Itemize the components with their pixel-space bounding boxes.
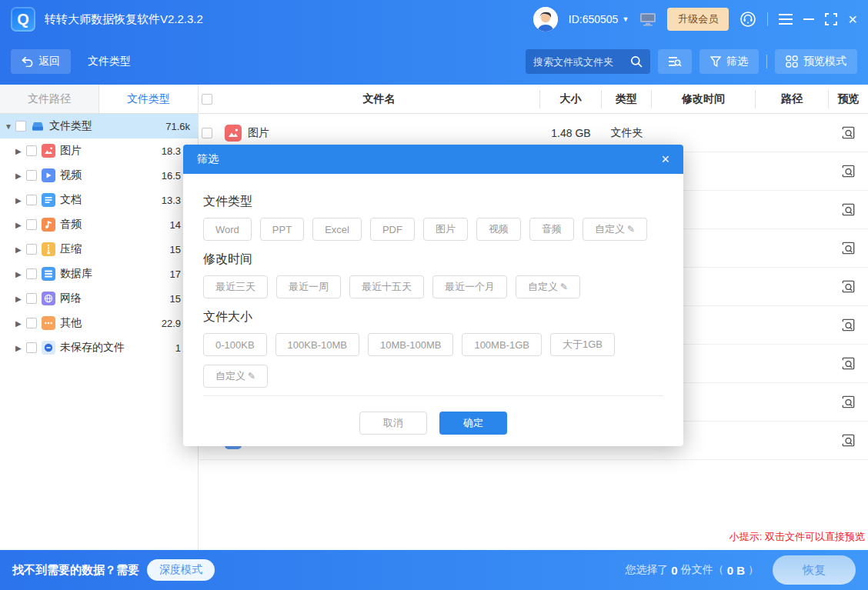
back-button[interactable]: 返回 — [11, 49, 71, 74]
checkbox[interactable] — [26, 268, 37, 279]
sidebar-item-unsaved[interactable]: ▶ 未保存的文件 1 — [0, 335, 198, 360]
preview-button[interactable] — [841, 241, 856, 255]
minimize-button[interactable] — [803, 14, 814, 25]
checkbox[interactable] — [15, 121, 26, 132]
preview-button[interactable] — [841, 164, 856, 178]
sidebar-item-archives[interactable]: ▶ 压缩 15 — [0, 237, 198, 262]
chip-ppt[interactable]: PPT — [260, 218, 304, 241]
column-mtime[interactable]: 修改时间 — [652, 90, 756, 108]
search-input[interactable] — [533, 56, 630, 68]
checkbox[interactable] — [26, 170, 37, 181]
expand-icon[interactable]: ▶ — [15, 245, 26, 254]
search-icon[interactable] — [630, 55, 643, 68]
user-id: ID:650505 — [569, 13, 619, 25]
expand-icon[interactable]: ▶ — [15, 319, 26, 328]
preview-button[interactable] — [841, 125, 856, 140]
preview-icon — [841, 125, 856, 140]
column-type[interactable]: 类型 — [602, 90, 652, 108]
back-label: 返回 — [38, 55, 60, 68]
select-all-checkbox[interactable] — [202, 94, 212, 105]
avatar[interactable] — [533, 7, 558, 32]
preview-button[interactable] — [841, 202, 856, 217]
header: Q 转转大师数据恢复软件V2.2.3.2 ID:650505 ▼ — [0, 0, 868, 85]
checkbox[interactable] — [26, 145, 37, 156]
sidebar-item-documents[interactable]: ▶ 文档 13.3 — [0, 188, 198, 212]
chip-custom-type[interactable]: 自定义 — [583, 218, 647, 241]
search-box — [526, 49, 650, 74]
list-search-icon — [668, 55, 682, 68]
checkbox[interactable] — [26, 219, 37, 230]
preview-icon — [841, 433, 856, 448]
expand-icon[interactable]: ▶ — [15, 221, 26, 229]
tab-file-path[interactable]: 文件路径 — [0, 85, 99, 113]
expand-icon[interactable]: ▶ — [15, 147, 26, 155]
menu-button[interactable] — [779, 14, 793, 25]
dialog-close-button[interactable]: × — [661, 152, 669, 168]
column-preview[interactable]: 预览 — [829, 90, 868, 108]
chip-pdf[interactable]: PDF — [370, 218, 415, 241]
column-name[interactable]: 文件名 — [219, 90, 540, 108]
selection-size: 0 B — [727, 564, 745, 577]
preview-mode-button[interactable]: 预览模式 — [775, 49, 857, 74]
cancel-button[interactable]: 取消 — [359, 412, 427, 435]
user-id-dropdown[interactable]: ID:650505 ▼ — [569, 13, 629, 25]
expand-icon[interactable]: ▶ — [15, 295, 26, 303]
sidebar-item-databases[interactable]: ▶ 数据库 17 — [0, 262, 198, 286]
selection-suffix: ） — [748, 563, 759, 577]
chip-100mb-1gb[interactable]: 100MB-1GB — [462, 333, 542, 356]
sidebar-item-network[interactable]: ▶ 网络 15 — [0, 286, 198, 311]
maximize-button[interactable] — [825, 13, 837, 25]
filter-button[interactable]: 筛选 — [699, 49, 759, 74]
chip-last-week[interactable]: 最近一周 — [276, 275, 341, 298]
chip-custom-size[interactable]: 自定义 — [203, 365, 268, 388]
selection-prefix: 您选择了 — [625, 563, 668, 577]
collapse-icon[interactable]: ▼ — [5, 122, 15, 131]
tree-root-file-type[interactable]: ▼ 文件类型 71.6k — [0, 114, 198, 138]
row-checkbox[interactable] — [202, 128, 212, 138]
chip-last-15-days[interactable]: 最近十五天 — [349, 275, 424, 298]
chip-image[interactable]: 图片 — [423, 218, 468, 241]
chip-last-month[interactable]: 最近一个月 — [432, 275, 507, 298]
monitor-icon[interactable] — [639, 12, 656, 26]
upgrade-member-button[interactable]: 升级会员 — [667, 8, 729, 31]
chip-100kb-10mb[interactable]: 100KB-10MB — [275, 333, 359, 356]
chip-10mb-100mb[interactable]: 10MB-100MB — [368, 333, 453, 356]
preview-button[interactable] — [841, 395, 856, 409]
sidebar-item-other[interactable]: ▶ 其他 22.9 — [0, 311, 198, 335]
sidebar-item-images[interactable]: ▶ 图片 18.3 — [0, 138, 198, 163]
chip-audio[interactable]: 音频 — [529, 218, 574, 241]
preview-button[interactable] — [841, 433, 856, 448]
chip-excel[interactable]: Excel — [312, 218, 362, 241]
chip-0-100kb[interactable]: 0-100KB — [203, 333, 267, 356]
chip-word[interactable]: Word — [203, 218, 252, 241]
checkbox[interactable] — [26, 318, 37, 328]
list-search-button[interactable] — [658, 49, 692, 74]
expand-icon[interactable]: ▶ — [15, 270, 26, 278]
confirm-button[interactable]: 确定 — [439, 412, 507, 435]
sidebar-item-videos[interactable]: ▶ 视频 16.5 — [0, 163, 198, 188]
preview-button[interactable] — [841, 279, 856, 294]
customer-service-button[interactable] — [739, 11, 756, 28]
checkbox[interactable] — [26, 244, 37, 255]
checkbox[interactable] — [26, 342, 37, 353]
chip-over-1gb[interactable]: 大于1GB — [550, 333, 615, 356]
preview-button[interactable] — [841, 356, 856, 371]
sidebar-item-audio[interactable]: ▶ 音频 14 — [0, 212, 198, 237]
hamburger-icon — [779, 14, 793, 25]
close-button[interactable]: × — [848, 11, 857, 28]
recover-button[interactable]: 恢复 — [773, 555, 856, 585]
expand-icon[interactable]: ▶ — [15, 196, 26, 205]
tab-file-type[interactable]: 文件类型 — [99, 85, 198, 113]
expand-icon[interactable]: ▶ — [15, 172, 26, 180]
deep-mode-question: 找不到需要的数据？需要 — [12, 563, 139, 578]
checkbox[interactable] — [26, 195, 37, 205]
chip-last-3-days[interactable]: 最近三天 — [203, 275, 268, 298]
expand-icon[interactable]: ▶ — [15, 344, 26, 352]
checkbox[interactable] — [26, 293, 37, 304]
chip-custom-mtime[interactable]: 自定义 — [516, 275, 580, 298]
column-size[interactable]: 大小 — [540, 90, 602, 108]
chip-video[interactable]: 视频 — [476, 218, 521, 241]
column-path[interactable]: 路径 — [756, 90, 829, 108]
preview-button[interactable] — [841, 318, 856, 332]
deep-mode-button[interactable]: 深度模式 — [147, 559, 215, 581]
